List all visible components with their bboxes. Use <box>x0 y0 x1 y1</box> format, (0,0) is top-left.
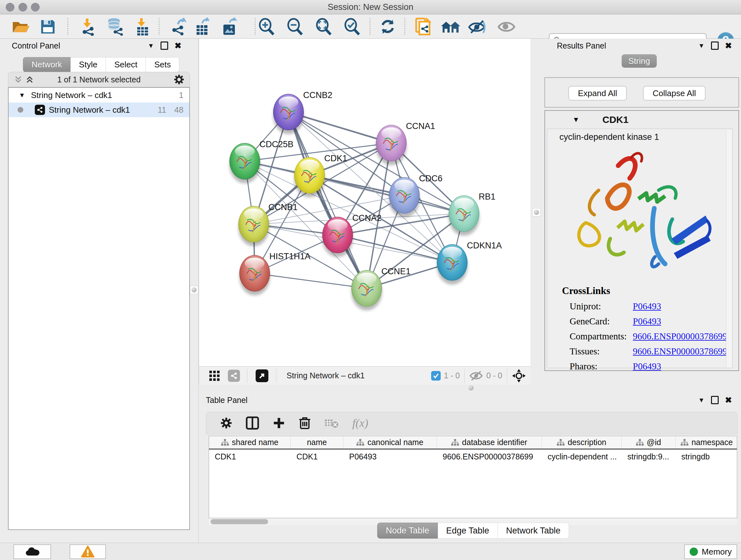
zoom-window-button[interactable] <box>31 3 40 11</box>
cloud-status-button[interactable] <box>13 544 51 559</box>
float-panel-icon[interactable] <box>160 42 168 50</box>
open-session-button[interactable] <box>10 17 32 36</box>
graph-node-CDC6[interactable] <box>389 177 420 213</box>
show-hidden-button[interactable] <box>495 17 518 36</box>
graph-edge-CCNB2-CCNA1[interactable] <box>288 112 391 143</box>
zoom-out-button[interactable] <box>284 17 306 36</box>
control-panel-divider[interactable] <box>190 39 199 543</box>
protein-header-row[interactable]: ▼ CDK1 <box>545 111 738 129</box>
results-tab-string[interactable]: String <box>622 54 657 68</box>
results-scrollbar[interactable] <box>726 130 732 368</box>
table-cell[interactable]: stringdb <box>676 449 737 463</box>
divider-grab-handle[interactable] <box>532 208 541 216</box>
table-cell[interactable]: CDK1 <box>291 449 343 463</box>
minimize-window-button[interactable] <box>18 3 27 11</box>
divider-grab-handle[interactable] <box>190 286 198 294</box>
close-window-button[interactable] <box>6 3 14 11</box>
crosslink-link[interactable]: P06493 <box>633 316 661 327</box>
table-cell[interactable]: CDK1 <box>209 449 291 463</box>
zoom-selected-button[interactable] <box>341 17 363 36</box>
crosslink-link[interactable]: P06493 <box>633 361 661 372</box>
table-cell[interactable]: cyclin-dependent ... <box>542 449 622 463</box>
network-mode-icon[interactable] <box>228 370 240 382</box>
close-panel-icon[interactable]: ✖ <box>725 41 732 51</box>
collapse-panel-icon[interactable]: ▼ <box>148 42 154 50</box>
export-table-button[interactable] <box>192 17 214 36</box>
graph-node-CCNE1[interactable] <box>351 270 382 307</box>
graph-node-CCNB1[interactable] <box>239 206 269 242</box>
column-header-canonical-name[interactable]: canonical name <box>343 436 437 449</box>
graph-edge-CCNA2-CDKN1A[interactable] <box>338 235 452 262</box>
float-panel-icon[interactable] <box>711 396 719 404</box>
float-panel-icon[interactable] <box>711 42 719 50</box>
crosslink-link[interactable]: 9606.ENSP00000378699 <box>633 331 727 341</box>
collection-expand-icon[interactable]: ▼ <box>19 91 25 99</box>
export-image-button[interactable] <box>219 17 241 36</box>
memory-status-button[interactable]: Memory <box>684 544 737 559</box>
save-session-button[interactable] <box>37 17 59 36</box>
graph-node-CCNB2[interactable] <box>273 94 304 130</box>
column-header-database-identifier[interactable]: database identifier <box>437 436 542 449</box>
collapse-protein-icon[interactable]: ▼ <box>572 116 580 124</box>
tab-edge-table[interactable]: Edge Table <box>438 523 498 539</box>
column-header--id[interactable]: @id <box>622 436 676 449</box>
column-header-name[interactable]: name <box>291 436 343 449</box>
grid-mode-icon[interactable] <box>209 370 220 381</box>
network-row-selected[interactable]: String Network – cdk1 11 48 <box>9 103 189 117</box>
move-crosshair-icon[interactable] <box>512 369 526 382</box>
collapse-all-button[interactable]: Collapse All <box>643 86 705 101</box>
tab-network-table[interactable]: Network Table <box>498 523 569 539</box>
detach-view-button[interactable] <box>256 369 268 382</box>
network-collection-row[interactable]: ▼ String Network – cdk1 1 <box>9 88 189 103</box>
graph-node-CDKN1A[interactable] <box>437 244 468 281</box>
divider-grab-dot[interactable] <box>468 385 474 390</box>
column-header-shared-name[interactable]: shared name <box>209 436 291 449</box>
table-cell[interactable]: 9606.ENSP00000378699 <box>437 449 542 463</box>
collapse-all-chevrons-icon[interactable] <box>25 75 34 84</box>
export-network-button[interactable] <box>167 17 190 36</box>
network-graph[interactable]: CCNB2CCNA1CDC25BCDK1CDC6RB1CCNB1CCNA2CDK… <box>199 39 531 366</box>
graph-node-CCNA2[interactable] <box>322 217 353 253</box>
crosslink-link[interactable]: 9606.ENSP00000378699 <box>633 346 727 357</box>
import-network-file-button[interactable] <box>77 17 99 36</box>
tab-style[interactable]: Style <box>71 57 106 72</box>
add-column-icon[interactable] <box>273 417 285 429</box>
tab-sets[interactable]: Sets <box>146 57 179 72</box>
select-columns-icon[interactable] <box>246 416 259 430</box>
hide-selected-button[interactable] <box>466 17 488 36</box>
scrollbar-thumb[interactable] <box>211 519 268 524</box>
expand-all-button[interactable]: Expand All <box>568 86 627 101</box>
graph-edge-CCNB2-CCNE1[interactable] <box>288 112 367 288</box>
collapse-panel-icon[interactable]: ▼ <box>698 42 704 50</box>
collapse-panel-icon[interactable]: ▼ <box>698 396 704 404</box>
tab-select[interactable]: Select <box>106 57 146 72</box>
crosslink-link[interactable]: P06493 <box>633 301 661 312</box>
table-row[interactable]: CDK1CDK1P064939606.ENSP00000378699cyclin… <box>209 449 737 463</box>
apply-layout-button[interactable] <box>377 17 399 36</box>
first-neighbors-button[interactable] <box>440 17 462 36</box>
graph-node-CDC25B[interactable] <box>229 143 260 179</box>
import-network-from-database-button[interactable] <box>104 17 126 36</box>
column-header-namespace[interactable]: namespace <box>676 436 737 449</box>
hidden-eye-icon[interactable] <box>469 370 483 381</box>
column-header-description[interactable]: description <box>542 436 622 449</box>
graph-node-CDK1[interactable] <box>294 157 325 193</box>
import-table-file-button[interactable] <box>131 17 154 36</box>
zoom-in-button[interactable] <box>255 17 278 36</box>
close-panel-icon[interactable]: ✖ <box>725 395 732 405</box>
graph-edge-HIST1H1A-CCNE1[interactable] <box>255 273 367 288</box>
close-panel-icon[interactable]: ✖ <box>175 41 182 51</box>
selected-checkbox-icon[interactable] <box>431 371 441 381</box>
table-settings-gear-icon[interactable] <box>220 417 232 429</box>
tab-node-table[interactable]: Node Table <box>377 523 438 539</box>
table-cell[interactable]: stringdb:9... <box>622 449 676 463</box>
warnings-button[interactable] <box>70 544 106 559</box>
clone-network-button[interactable] <box>412 17 434 36</box>
table-panel-divider[interactable] <box>199 385 741 391</box>
tab-network[interactable]: Network <box>23 57 71 72</box>
results-panel-divider[interactable] <box>530 39 542 391</box>
graph-node-HIST1H1A[interactable] <box>239 255 270 292</box>
zoom-fit-button[interactable] <box>313 17 335 36</box>
table-cell[interactable]: P06493 <box>343 449 437 463</box>
graph-node-CCNA1[interactable] <box>376 125 407 161</box>
